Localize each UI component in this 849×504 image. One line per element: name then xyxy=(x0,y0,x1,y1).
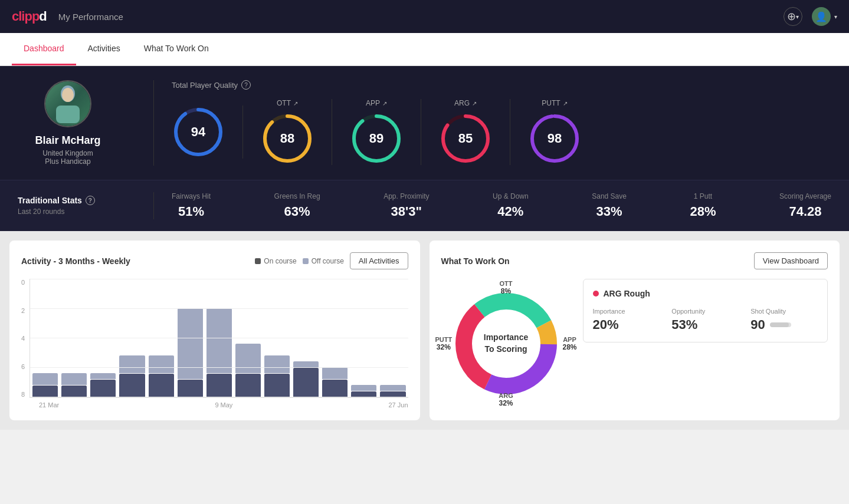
info-card-title: ARG Rough xyxy=(593,289,818,298)
info-card-metrics: Importance 20% Opportunity 53% Shot Qual… xyxy=(593,308,818,332)
legend-on-course-dot xyxy=(255,258,261,264)
stat-oneputt-label: 1 Putt xyxy=(690,192,716,200)
score-arg-value: 85 xyxy=(458,131,473,146)
tab-dashboard[interactable]: Dashboard xyxy=(12,33,76,65)
bar-off-3 xyxy=(119,355,145,373)
bar-off-12 xyxy=(380,385,405,391)
y-label-0: 0 xyxy=(21,279,25,286)
y-label-4: 4 xyxy=(21,335,25,342)
metric-opportunity-label: Opportunity xyxy=(671,308,739,315)
bar-on-2 xyxy=(90,380,116,397)
score-total-value: 94 xyxy=(191,124,205,140)
putt-trend-icon: ↗ xyxy=(563,100,568,107)
hero-divider xyxy=(153,80,154,166)
stats-divider xyxy=(153,192,154,219)
all-activities-button[interactable]: All Activities xyxy=(350,252,408,269)
stats-items: Fairways Hit 51% Greens In Reg 63% App. … xyxy=(172,192,831,219)
stat-scoring-label: Scoring Average xyxy=(779,192,831,200)
bars-container xyxy=(29,279,408,398)
bar-group-6 xyxy=(206,279,232,397)
legend-off-course-dot xyxy=(303,258,309,264)
metric-importance-value: 20% xyxy=(593,317,660,332)
bar-on-11 xyxy=(351,391,376,397)
scores-row: 94 OTT ↗ 88 xyxy=(172,99,831,165)
work-on-content: ImportanceTo Scoring OTT 8% APP 28% ARG … xyxy=(441,279,828,409)
svg-point-2 xyxy=(62,88,74,102)
bar-on-9 xyxy=(293,368,319,397)
bar-stack-1 xyxy=(61,373,87,397)
circle-total: 94 xyxy=(172,106,225,159)
quality-info-icon[interactable]: ? xyxy=(241,80,251,90)
bar-on-1 xyxy=(61,386,87,397)
bar-stack-11 xyxy=(351,385,376,397)
legend-off-course: Off course xyxy=(303,257,344,265)
donut-label-arg: ARG 32% xyxy=(499,392,513,407)
logo-text: clippd xyxy=(12,9,47,24)
metric-shot-quality: Shot Quality 90 xyxy=(750,308,818,332)
donut-label-putt: PUTT 32% xyxy=(435,336,453,351)
chart-x-labels: 21 Mar 9 May 27 Jun xyxy=(21,398,408,409)
stat-updown-value: 42% xyxy=(493,204,529,219)
bar-stack-6 xyxy=(206,308,232,397)
bar-on-7 xyxy=(235,374,261,397)
stat-up-down: Up & Down 42% xyxy=(493,192,529,219)
bar-group-10 xyxy=(322,279,348,397)
add-button[interactable]: ⊕ ▾ xyxy=(784,7,802,26)
red-dot-icon xyxy=(593,291,599,297)
info-card: ARG Rough Importance 20% Opportunity 53%… xyxy=(583,279,828,342)
tab-what-to-work-on[interactable]: What To Work On xyxy=(132,33,221,65)
player-avatar xyxy=(44,80,91,127)
activity-panel-header: Activity - 3 Months - Weekly On course O… xyxy=(21,252,408,269)
bar-on-6 xyxy=(206,374,232,397)
bar-stack-12 xyxy=(380,385,405,397)
score-ott: OTT ↗ 88 xyxy=(243,99,332,165)
bar-off-1 xyxy=(61,373,87,385)
bar-group-1 xyxy=(61,279,87,397)
tab-activities[interactable]: Activities xyxy=(76,33,132,65)
bar-on-12 xyxy=(380,391,405,397)
bar-group-7 xyxy=(235,279,261,397)
bar-group-4 xyxy=(149,279,174,397)
circle-arg: 85 xyxy=(439,112,492,165)
bar-stack-10 xyxy=(322,367,348,397)
avatar: 👤 xyxy=(812,7,831,26)
stats-info-icon[interactable]: ? xyxy=(86,196,95,205)
stat-scoring-value: 74.28 xyxy=(779,204,831,219)
bar-group-9 xyxy=(293,279,319,397)
score-app-label: APP ↗ xyxy=(366,99,387,107)
stat-app-label: App. Proximity xyxy=(383,192,429,200)
metric-shot-quality-value: 90 xyxy=(750,317,765,332)
stats-title: Traditional Stats ? xyxy=(18,196,118,205)
work-on-header: What To Work On View Dashboard xyxy=(441,252,828,269)
legend-on-course-label: On course xyxy=(264,257,296,265)
activity-panel-actions: On course Off course All Activities xyxy=(255,252,408,269)
stat-fairways-label: Fairways Hit xyxy=(172,192,211,200)
avatar-image xyxy=(45,80,90,127)
metric-importance: Importance 20% xyxy=(593,308,660,332)
work-on-panel: What To Work On View Dashboard xyxy=(430,241,840,420)
bar-on-10 xyxy=(322,380,348,397)
bar-off-11 xyxy=(351,385,376,391)
score-arg: ARG ↗ 85 xyxy=(421,99,510,165)
score-app-value: 89 xyxy=(369,131,383,146)
x-label-mar: 21 Mar xyxy=(39,401,59,409)
stat-sand-label: Sand Save xyxy=(592,192,627,200)
quality-section: Total Player Quality ? 94 xyxy=(172,80,831,165)
player-info: Blair McHarg United Kingdom Plus Handica… xyxy=(18,80,136,166)
score-app: APP ↗ 89 xyxy=(332,99,421,165)
bar-group-12 xyxy=(380,279,405,397)
stat-scoring-avg: Scoring Average 74.28 xyxy=(779,192,831,219)
header-title: My Performance xyxy=(58,12,123,22)
avatar-button[interactable]: 👤 ▾ xyxy=(812,7,837,26)
bar-stack-9 xyxy=(293,361,319,397)
stat-one-putt: 1 Putt 28% xyxy=(690,192,716,219)
circle-ott: 88 xyxy=(261,112,314,165)
ott-trend-icon: ↗ xyxy=(293,100,298,107)
bar-on-8 xyxy=(264,374,290,397)
bar-group-3 xyxy=(119,279,145,397)
bar-group-11 xyxy=(351,279,376,397)
bar-stack-4 xyxy=(149,355,174,397)
stat-greens-label: Greens In Reg xyxy=(274,192,320,200)
view-dashboard-button[interactable]: View Dashboard xyxy=(754,252,828,269)
hero-section: Blair McHarg United Kingdom Plus Handica… xyxy=(0,66,849,180)
